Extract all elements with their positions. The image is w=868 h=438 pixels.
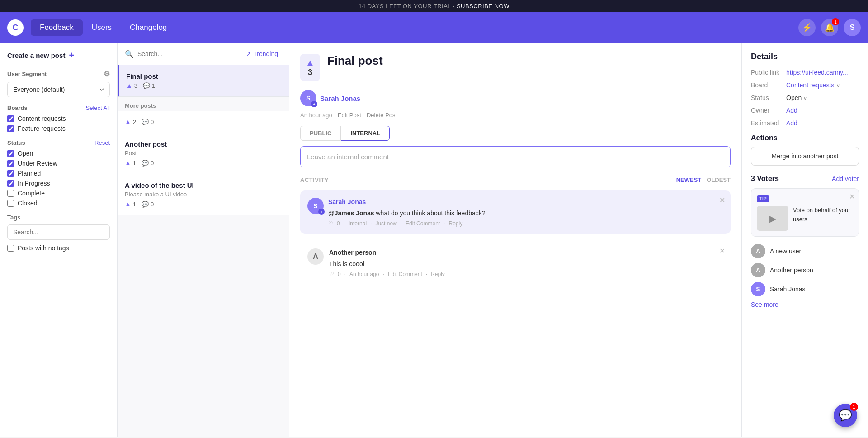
trending-icon: ↗ [246,50,251,57]
status-chevron-icon: ∨ [803,95,807,101]
post-item-another[interactable]: Another post Post ▲ 1 💬 0 [118,133,289,174]
notifications-btn[interactable]: 🔔 1 [821,19,838,36]
estimated-value[interactable]: Add [786,119,797,127]
status-under-review[interactable]: Under Review [7,160,110,167]
post-item-video[interactable]: A video of the best UI Please make a UI … [118,174,289,215]
comment-author2-name[interactable]: Another person [329,249,376,256]
tip-close-icon[interactable]: ✕ [849,192,855,201]
board-feature-requests[interactable]: Feature requests [7,125,110,132]
tags-label: Tags [7,214,20,221]
app-logo[interactable]: C [7,19,24,36]
details-title: Details [751,52,859,62]
see-more-link[interactable]: See more [751,301,859,308]
reply-comment2-link[interactable]: Reply [431,271,445,277]
voter-avatar-2: S [751,282,765,296]
nav-tab-changelog[interactable]: Changelog [121,19,176,36]
admin-badge-icon: + [311,101,317,107]
user-segment-select[interactable]: Everyone (default) [7,82,110,97]
trial-banner: 14 DAYS LEFT ON YOUR TRIAL · SUBSCRIBE N… [0,0,868,12]
trending-button[interactable]: ↗ Trending [242,48,282,59]
nav-tab-feedback[interactable]: Feedback [31,19,83,36]
board-value[interactable]: Content requests ∨ [786,81,840,89]
sort-newest[interactable]: NEWEST [676,176,702,183]
voter-name-1[interactable]: Another person [770,267,813,274]
delete-post-link[interactable]: Delete Post [367,112,397,119]
reset-status-link[interactable]: Reset [94,139,110,146]
post-title-video: A video of the best UI [125,181,282,189]
post-item-more[interactable]: ▲ 2 💬 0 [118,111,289,133]
owner-row: Owner Add [751,107,859,114]
status-open[interactable]: Open [7,150,110,157]
heart-icon[interactable]: ♡ [328,220,333,227]
voter-item-1: A Another person [751,263,859,277]
user-avatar-btn[interactable]: S [844,19,861,36]
voter-item-0: A A new user [751,244,859,258]
post-meta-final: ▲ 3 💬 1 [126,82,282,89]
post-sub-video: Please make a UI video [125,191,282,198]
chat-fab-button[interactable]: 💬 1 [834,404,857,427]
post-meta-video: ▲ 1 💬 0 [125,200,282,208]
post-search-input[interactable] [137,50,239,57]
post-title-final: Final post [126,72,282,80]
status-row: Status Open ∨ [751,94,859,101]
owner-value[interactable]: Add [786,107,797,114]
lightning-icon-btn[interactable]: ⚡ [798,19,816,36]
settings-icon[interactable]: ⚙ [104,70,110,78]
public-link-value[interactable]: https://ui-feed.canny... [786,69,848,76]
comment-footer2: ♡ 0 · An hour ago · Edit Comment · Reply [329,271,723,277]
comment-tabs: PUBLIC INTERNAL [300,126,731,141]
comment-text: @James Jonas what do you think about thi… [328,209,486,217]
close-comment-icon[interactable]: ✕ [719,196,725,205]
select-all-link[interactable]: Select All [86,105,110,111]
activity-sort: NEWEST OLDEST [676,176,731,183]
author-name[interactable]: Sarah Jonas [320,95,360,102]
posts-no-tags[interactable]: Posts with no tags [7,244,110,252]
mention: @James Jonas [328,209,374,217]
post-meta-another: ▲ 1 💬 0 [125,159,282,167]
add-voter-button[interactable]: Add voter [832,175,859,182]
comment-author-name[interactable]: Sarah Jonas [328,198,366,205]
votes-final: ▲ 3 [126,82,137,89]
main-layout: Create a new post + User Segment ⚙ Every… [0,43,868,437]
post-title-block: Final post [327,54,383,81]
post-sub-another: Post [125,150,282,157]
subscribe-link[interactable]: SUBSCRIBE NOW [457,3,509,10]
vote-arrow-icon[interactable]: ▲ [306,57,315,68]
post-meta-row: An hour ago Edit Post Delete Post [300,112,731,119]
status-closed[interactable]: Closed [7,200,110,207]
tab-internal[interactable]: INTERNAL [341,126,390,141]
voters-section: 3 Voters Add voter ✕ TIP ▶ Vote on behal… [751,175,859,308]
voter-name-0[interactable]: A new user [770,248,801,255]
sort-oldest[interactable]: OLDEST [707,176,731,183]
heart-icon2[interactable]: ♡ [329,271,334,277]
post-author-row: S + Sarah Jonas [300,90,731,106]
post-list-header: 🔍 ↗ Trending [118,43,289,65]
close-comment2-icon[interactable]: ✕ [719,247,725,255]
right-sidebar: Details Public link https://ui-feed.cann… [741,43,868,437]
play-icon: ▶ [769,213,776,224]
post-item-final[interactable]: Final post ▲ 3 💬 1 [118,65,289,97]
status-section-header: Status Reset [7,139,110,146]
reply-comment-link[interactable]: Reply [448,220,462,227]
tab-public[interactable]: PUBLIC [300,126,341,141]
status-planned[interactable]: Planned [7,170,110,177]
board-content-requests[interactable]: Content requests [7,115,110,122]
edit-comment-link[interactable]: Edit Comment [406,220,440,227]
author-info: Sarah Jonas [320,95,360,102]
edit-post-link[interactable]: Edit Post [338,112,361,119]
comment-icon: 💬 [143,82,150,89]
tags-search-input[interactable] [7,224,110,240]
left-sidebar: Create a new post + User Segment ⚙ Every… [0,43,118,437]
voter-name-2[interactable]: Sarah Jonas [770,286,806,293]
create-post-button[interactable]: Create a new post + [7,50,110,61]
merge-button[interactable]: Merge into another post [751,147,859,166]
status-value[interactable]: Open ∨ [786,94,807,101]
nav-tab-users[interactable]: Users [83,19,121,36]
status-in-progress[interactable]: In Progress [7,180,110,187]
voter-item-2: S Sarah Jonas [751,282,859,296]
status-label: Status [751,94,783,101]
plus-icon: + [69,50,74,61]
status-complete[interactable]: Complete [7,190,110,197]
edit-comment2-link[interactable]: Edit Comment [388,271,422,277]
comment-input[interactable] [300,146,731,167]
